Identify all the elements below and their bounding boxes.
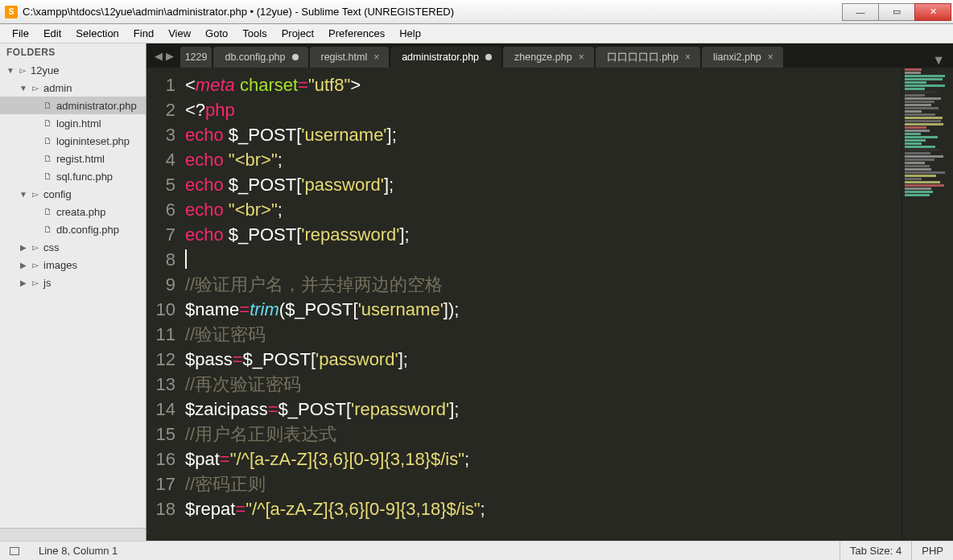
tree-arrow-icon: ▼ bbox=[18, 84, 29, 93]
menu-selection[interactable]: Selection bbox=[68, 27, 126, 39]
tab[interactable]: regist.html× bbox=[310, 47, 390, 68]
line-number: 14 bbox=[146, 397, 175, 422]
line-number: 9 bbox=[146, 272, 175, 297]
line-number: 18 bbox=[146, 496, 175, 521]
menu-find[interactable]: Find bbox=[126, 27, 161, 39]
tree-arrow-icon: ▶ bbox=[18, 243, 29, 252]
line-number: 4 bbox=[146, 147, 175, 172]
line-number: 10 bbox=[146, 297, 175, 322]
menu-edit[interactable]: Edit bbox=[36, 27, 68, 39]
tab-close-icon[interactable]: × bbox=[768, 51, 774, 63]
line-number: 8 bbox=[146, 247, 175, 272]
menu-preferences[interactable]: Preferences bbox=[321, 27, 392, 39]
tree-item[interactable]: 🗋db.config.php bbox=[0, 220, 146, 238]
tree-arrow-icon: ▶ bbox=[18, 278, 29, 287]
tree-item[interactable]: 🗋login.html bbox=[0, 114, 146, 132]
tab[interactable]: 口口口口口.php× bbox=[596, 47, 700, 68]
folder-tree[interactable]: ▼▻12yue▼▻admin🗋administrator.php🗋login.h… bbox=[0, 61, 146, 528]
code-content[interactable]: <meta charset="utf8"><?phpecho $_POST['u… bbox=[185, 68, 901, 541]
code-line: $name=trim($_POST['username']); bbox=[185, 297, 901, 322]
status-cursor[interactable]: Line 8, Column 1 bbox=[29, 545, 127, 557]
code-line: //验证密码 bbox=[185, 322, 901, 347]
menu-file[interactable]: File bbox=[5, 27, 36, 39]
tree-label: 12yue bbox=[31, 64, 59, 76]
tab-label: 口口口口口.php bbox=[607, 51, 679, 64]
file-icon: 🗋 bbox=[42, 136, 54, 146]
status-syntax[interactable]: PHP bbox=[911, 541, 953, 560]
tree-item[interactable]: ▼▻config bbox=[0, 185, 146, 203]
tab-label: 1229 bbox=[185, 51, 208, 63]
folder-icon: ▻ bbox=[29, 242, 41, 253]
line-number: 1 bbox=[146, 72, 175, 97]
tree-arrow-icon: ▶ bbox=[18, 261, 29, 270]
file-icon: 🗋 bbox=[42, 224, 54, 234]
status-bar: Line 8, Column 1 Tab Size: 4 PHP bbox=[0, 541, 953, 560]
status-panel-icon[interactable] bbox=[0, 547, 29, 555]
file-icon: 🗋 bbox=[42, 207, 54, 216]
code-area[interactable]: 123456789101112131415161718 <meta charse… bbox=[146, 68, 953, 541]
line-number: 16 bbox=[146, 447, 175, 471]
tab-bar: ◀ ▶ 1229db.config.phpregist.html×adminis… bbox=[146, 43, 953, 68]
menu-help[interactable]: Help bbox=[392, 27, 428, 39]
tab-overflow-icon[interactable]: ▼ bbox=[785, 53, 953, 68]
code-line: //用户名正则表达式 bbox=[185, 422, 901, 447]
file-icon: 🗋 bbox=[42, 101, 54, 110]
dirty-indicator-icon bbox=[485, 54, 492, 60]
folder-icon: ▻ bbox=[16, 65, 28, 76]
tree-label: js bbox=[43, 277, 51, 289]
line-number: 5 bbox=[146, 172, 175, 197]
menu-view[interactable]: View bbox=[161, 27, 198, 39]
code-line bbox=[185, 247, 901, 272]
tab-label: lianxi2.php bbox=[713, 51, 761, 63]
tree-item[interactable]: 🗋creata.php bbox=[0, 203, 146, 220]
tree-label: regist.html bbox=[56, 153, 105, 165]
tab[interactable]: lianxi2.php× bbox=[702, 47, 783, 68]
tree-item[interactable]: 🗋regist.html bbox=[0, 150, 146, 167]
code-line: $pass=$_POST['password']; bbox=[185, 347, 901, 372]
code-line: echo "<br>"; bbox=[185, 197, 901, 222]
menu-project[interactable]: Project bbox=[274, 27, 321, 39]
tab[interactable]: db.config.php bbox=[213, 47, 307, 68]
tree-arrow-icon: ▼ bbox=[5, 66, 16, 75]
maximize-button[interactable]: ▭ bbox=[878, 3, 915, 21]
minimap[interactable] bbox=[901, 68, 953, 541]
sidebar: FOLDERS ▼▻12yue▼▻admin🗋administrator.php… bbox=[0, 43, 146, 541]
tree-item[interactable]: ▼▻admin bbox=[0, 79, 146, 97]
tab-close-icon[interactable]: × bbox=[579, 51, 584, 63]
code-line: $pat="/^[a-zA-Z]{3,6}[0-9]{3,18}$/is"; bbox=[185, 447, 901, 471]
tree-item[interactable]: ▶▻js bbox=[0, 274, 146, 291]
app-icon: S bbox=[5, 6, 18, 19]
folder-icon: ▻ bbox=[29, 278, 41, 288]
tab[interactable]: administrator.php bbox=[390, 47, 501, 68]
tree-arrow-icon: ▼ bbox=[18, 190, 29, 199]
window-buttons: — ▭ ✕ bbox=[843, 3, 951, 21]
close-button[interactable]: ✕ bbox=[914, 3, 951, 21]
tree-label: config bbox=[43, 188, 72, 200]
tab-nav-arrows[interactable]: ◀ ▶ bbox=[148, 43, 180, 68]
line-number: 13 bbox=[146, 372, 175, 397]
tab-close-icon[interactable]: × bbox=[685, 51, 691, 63]
tree-item[interactable]: ▼▻12yue bbox=[0, 61, 146, 79]
code-line: //验证用户名，并去掉两边的空格 bbox=[185, 272, 901, 297]
tab-label: administrator.php bbox=[402, 51, 479, 63]
line-number: 15 bbox=[146, 422, 175, 447]
minimize-button[interactable]: — bbox=[842, 3, 879, 21]
tree-item[interactable]: 🗋sql.func.php bbox=[0, 167, 146, 185]
sidebar-scrollbar[interactable] bbox=[0, 528, 146, 541]
tab-close-icon[interactable]: × bbox=[373, 51, 379, 63]
tree-item[interactable]: ▶▻css bbox=[0, 238, 146, 256]
code-line: $repat="/^[a-zA-Z]{3,6}[0-9]{3,18}$/is"; bbox=[185, 496, 901, 521]
tree-label: db.config.php bbox=[56, 224, 119, 236]
menu-tools[interactable]: Tools bbox=[235, 27, 274, 39]
menu-goto[interactable]: Goto bbox=[198, 27, 235, 39]
tab[interactable]: zhengze.php× bbox=[503, 47, 594, 68]
code-line: echo $_POST['username']; bbox=[185, 122, 901, 147]
folder-icon: ▻ bbox=[29, 189, 41, 200]
tree-item[interactable]: 🗋administrator.php bbox=[0, 97, 146, 114]
tab[interactable]: 1229 bbox=[180, 47, 212, 68]
line-number: 3 bbox=[146, 122, 175, 147]
tree-item[interactable]: 🗋logininteset.php bbox=[0, 132, 146, 150]
tree-label: login.html bbox=[56, 117, 101, 130]
status-tabsize[interactable]: Tab Size: 4 bbox=[840, 541, 911, 560]
tree-item[interactable]: ▶▻images bbox=[0, 256, 146, 274]
